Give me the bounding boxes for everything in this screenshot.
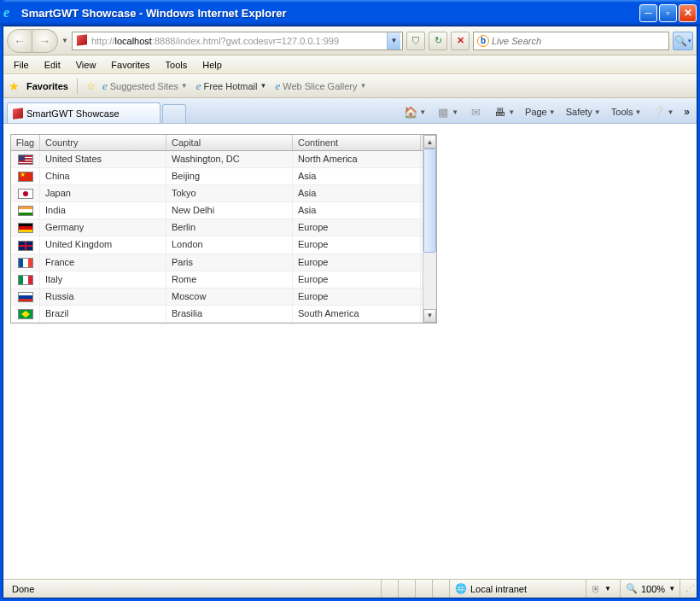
resize-grip[interactable]: ⋰ <box>680 580 693 598</box>
navigation-bar: ← → ▼ http://localhost:8888/index.html?g… <box>3 26 697 55</box>
refresh-button[interactable]: ↻ <box>429 32 447 50</box>
table-row[interactable]: BrazilBrasiliaSouth America <box>11 306 423 323</box>
print-button[interactable]: 🖶▼ <box>489 103 518 120</box>
table-row[interactable]: GermanyBerlinEurope <box>11 219 423 236</box>
col-header-continent[interactable]: Continent <box>293 135 421 150</box>
cell-continent: Europe <box>293 289 421 305</box>
flag-icon <box>18 275 33 285</box>
add-favorite-icon[interactable]: ☆ <box>86 80 96 92</box>
menu-tools[interactable]: Tools <box>159 58 195 72</box>
cell-capital: Brasilia <box>166 306 293 322</box>
tools-menu[interactable]: Tools▼ <box>608 105 645 119</box>
page-menu[interactable]: Page▼ <box>522 105 559 119</box>
back-button[interactable]: ← <box>7 29 32 53</box>
cell-country: France <box>40 254 166 271</box>
cell-flag <box>11 254 40 271</box>
stop-button[interactable]: ✕ <box>451 32 470 50</box>
cell-continent: Asia <box>293 185 421 201</box>
table-row[interactable]: FranceParisEurope <box>11 254 423 271</box>
favorite-link[interactable]: e Free Hotmail ▼ <box>196 79 267 93</box>
cell-flag <box>11 306 40 322</box>
table-row[interactable]: RussiaMoscowEurope <box>11 289 423 306</box>
cell-capital: Washington, DC <box>166 151 293 167</box>
page-content: Flag Country Capital Continent United St… <box>3 124 697 579</box>
security-zone[interactable]: 🌐 Local intranet <box>449 580 586 598</box>
star-icon: ★ <box>9 79 20 93</box>
cell-capital: Tokyo <box>166 185 293 201</box>
compat-view-button[interactable]: ⛉ <box>406 32 425 50</box>
address-bar[interactable]: http://localhost:8888/index.html?gwt.cod… <box>72 32 403 50</box>
zoom-icon: 🔍 <box>626 583 638 594</box>
zoom-value: 100% <box>641 584 665 594</box>
minimize-button[interactable]: ─ <box>639 4 657 22</box>
flag-icon <box>18 155 33 165</box>
menu-file[interactable]: File <box>7 58 36 72</box>
flag-icon <box>18 206 33 216</box>
menu-help[interactable]: Help <box>195 58 229 72</box>
cell-country: Germany <box>40 219 166 236</box>
cell-country: India <box>40 202 166 219</box>
home-icon: 🏠 <box>404 105 417 119</box>
grid-rows: United StatesWashington, DCNorth America… <box>11 151 423 323</box>
flag-icon <box>18 309 33 319</box>
cell-country: Japan <box>40 185 166 201</box>
menu-edit[interactable]: Edit <box>38 58 67 72</box>
new-tab-button[interactable] <box>162 104 186 123</box>
scroll-track[interactable] <box>423 149 436 309</box>
cell-capital: New Delhi <box>166 202 293 219</box>
favorite-link[interactable]: e Web Slice Gallery ▼ <box>275 79 366 93</box>
maximize-button[interactable]: ▫ <box>659 4 677 22</box>
grid-scrollbar[interactable]: ▲ ▼ <box>423 135 436 323</box>
menu-bar: FileEditViewFavoritesToolsHelp <box>3 55 697 74</box>
cell-flag <box>11 236 40 253</box>
safety-menu[interactable]: Safety▼ <box>563 105 604 119</box>
col-header-flag[interactable]: Flag <box>11 135 40 150</box>
help-button[interactable]: ❔▼ <box>648 103 677 120</box>
favorites-label[interactable]: Favorites <box>26 81 68 91</box>
scroll-down-button[interactable]: ▼ <box>423 309 436 323</box>
table-row[interactable]: IndiaNew DelhiAsia <box>11 202 423 219</box>
protected-mode[interactable]: ⛨▼ <box>586 580 620 598</box>
overflow-button[interactable]: » <box>680 106 693 118</box>
table-row[interactable]: ItalyRomeEurope <box>11 271 423 289</box>
search-button[interactable]: 🔍▾ <box>673 32 693 50</box>
search-box[interactable]: b <box>473 32 669 50</box>
menu-favorites[interactable]: Favorites <box>104 58 156 72</box>
favorite-link[interactable]: e Suggested Sites ▼ <box>102 79 188 93</box>
status-text: Done <box>7 580 381 598</box>
shield-icon: ⛨ <box>592 584 601 594</box>
home-button[interactable]: 🏠▼ <box>400 103 429 120</box>
cell-capital: Rome <box>166 271 293 288</box>
help-icon: ❔ <box>651 105 665 119</box>
col-header-capital[interactable]: Capital <box>166 135 293 150</box>
cell-country: United States <box>40 151 166 167</box>
close-button[interactable]: ✕ <box>679 4 697 22</box>
mail-icon: ✉ <box>469 105 482 119</box>
table-row[interactable]: United StatesWashington, DCNorth America <box>11 151 423 168</box>
menu-view[interactable]: View <box>69 58 103 72</box>
cell-capital: Beijing <box>166 168 293 184</box>
col-header-country[interactable]: Country <box>40 135 166 150</box>
read-mail-button[interactable]: ✉ <box>465 103 486 120</box>
zoom-control[interactable]: 🔍 100% ▼ <box>620 580 680 598</box>
url-input[interactable]: http://localhost:8888/index.html?gwt.cod… <box>91 36 387 46</box>
scroll-thumb[interactable] <box>423 149 436 253</box>
scroll-up-button[interactable]: ▲ <box>423 135 436 149</box>
search-input[interactable] <box>492 36 665 46</box>
flag-icon <box>18 292 33 302</box>
feeds-button[interactable]: ▩▼ <box>433 103 462 120</box>
table-row[interactable]: JapanTokyoAsia <box>11 185 423 202</box>
address-dropdown[interactable]: ▼ <box>387 32 400 50</box>
status-pane-2 <box>398 580 415 598</box>
nav-history-dropdown[interactable]: ▼ <box>61 37 68 44</box>
ie-icon: e <box>3 6 17 20</box>
data-grid: Flag Country Capital Continent United St… <box>10 134 437 324</box>
table-row[interactable]: ChinaBeijingAsia <box>11 168 423 185</box>
cell-country: Brazil <box>40 306 166 322</box>
tab-active[interactable]: SmartGWT Showcase <box>7 102 160 123</box>
table-row[interactable]: United KingdomLondonEurope <box>11 236 423 254</box>
tab-title: SmartGWT Showcase <box>26 108 120 119</box>
forward-button[interactable]: → <box>32 29 58 53</box>
flag-icon <box>18 172 33 182</box>
cell-flag <box>11 168 40 184</box>
